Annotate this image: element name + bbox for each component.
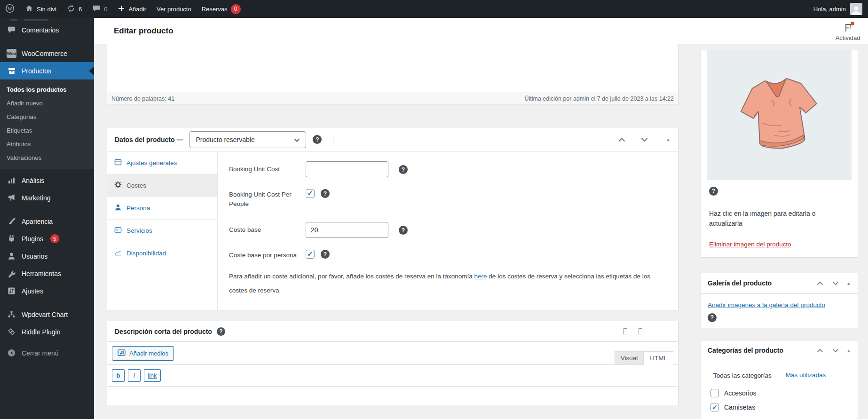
sidebar-item-collapse-menu[interactable]: Cerrar menú bbox=[0, 344, 94, 362]
activity-button[interactable]: Actividad bbox=[831, 23, 864, 41]
sidebar-item-appearance[interactable]: Apariencia bbox=[0, 213, 94, 230]
gallery-header: Galería del producto ▲ bbox=[701, 273, 858, 294]
gallery-help-icon[interactable]: ? bbox=[708, 313, 717, 322]
add-new-menu[interactable]: Añadir bbox=[112, 0, 151, 18]
move-down-icon[interactable] bbox=[639, 137, 649, 142]
tab-person[interactable]: Persona bbox=[107, 197, 217, 220]
activity-label: Actividad bbox=[831, 34, 864, 41]
featured-image-caption: Haz clic en la imagen para editarla o ac… bbox=[709, 209, 850, 229]
sidebar-item-marketing[interactable]: Marketing bbox=[0, 189, 94, 206]
sidebar-item-products[interactable]: Productos bbox=[0, 62, 94, 79]
product-type-help-icon[interactable]: ? bbox=[313, 135, 322, 144]
base-cost-help-icon[interactable]: ? bbox=[399, 226, 408, 235]
categories-move-up-icon[interactable] bbox=[815, 348, 825, 353]
base-cost-per-person-label: Coste base por persona bbox=[229, 247, 306, 260]
site-name-link[interactable]: Sin divi bbox=[20, 0, 62, 18]
view-product-link[interactable]: Ver producto bbox=[151, 0, 197, 18]
booking-costs-here-link[interactable]: here bbox=[474, 273, 487, 280]
gallery-title: Galería del producto bbox=[708, 279, 772, 287]
bold-button[interactable]: b bbox=[112, 369, 125, 382]
updates-link[interactable]: 6 bbox=[62, 0, 87, 18]
collapse-toggle-icon[interactable]: ▲ bbox=[666, 137, 671, 142]
sidebar-subitem-all-products[interactable]: Todos los productos bbox=[0, 83, 94, 96]
category-checkbox-accesorios[interactable] bbox=[710, 389, 719, 397]
sidebar-item-comments[interactable]: Comentarios bbox=[0, 21, 94, 39]
sidebar-subitem-categories[interactable]: Categorías bbox=[0, 110, 94, 124]
bookings-link[interactable]: Reservas 0 bbox=[197, 0, 246, 18]
tab-general-settings[interactable]: Ajustes generales bbox=[107, 152, 217, 174]
unit-cost-per-people-checkbox[interactable] bbox=[306, 189, 315, 198]
base-cost-per-person-checkbox[interactable] bbox=[306, 250, 315, 259]
product-data-tabs: Ajustes generales Costes Persona Se bbox=[107, 152, 218, 310]
gallery-body: Añadir imágenes a la galería del product… bbox=[701, 294, 858, 328]
wrench-icon bbox=[7, 269, 16, 278]
booking-unit-cost-help-icon[interactable]: ? bbox=[399, 165, 408, 174]
italic-button[interactable]: i bbox=[128, 369, 141, 382]
riddle-diamonds-icon bbox=[7, 327, 16, 337]
category-row-camisetas: Camisetas bbox=[710, 403, 852, 411]
wp-logo-menu[interactable]: W bbox=[0, 0, 20, 18]
booking-unit-cost-input[interactable] bbox=[306, 161, 388, 177]
add-new-label: Añadir bbox=[128, 6, 146, 13]
gallery-collapse-icon[interactable]: ▲ bbox=[846, 281, 851, 286]
sidebar-subitem-reviews[interactable]: Valoraciones bbox=[0, 151, 94, 165]
editor-canvas[interactable] bbox=[107, 44, 678, 93]
sidebar-item-woocommerce[interactable]: Woo WooCommerce bbox=[0, 45, 94, 62]
categories-collapse-icon[interactable]: ▲ bbox=[846, 348, 851, 353]
gallery-add-images-link[interactable]: Añadir imágenes a la galería del product… bbox=[708, 301, 825, 308]
comments-link[interactable]: 0 bbox=[87, 0, 112, 18]
plugin-icon bbox=[7, 234, 16, 244]
tab-most-used[interactable]: Más utilizadas bbox=[786, 372, 826, 383]
link-button[interactable]: link bbox=[144, 369, 161, 382]
account-menu[interactable]: Hola, admin bbox=[813, 6, 846, 13]
short-description-title: Descripción corta del producto bbox=[115, 328, 212, 335]
current-menu-arrow bbox=[89, 67, 94, 75]
sidebar-item-wpdevart-chart[interactable]: Wpdevart Chart bbox=[0, 306, 94, 323]
short-description-textarea[interactable] bbox=[107, 386, 678, 405]
tab-html[interactable]: HTML bbox=[644, 351, 673, 365]
card-minus-icon bbox=[114, 226, 122, 235]
sidebar-subitem-tags[interactable]: Etiquetas bbox=[0, 124, 94, 137]
sidebar-item-users[interactable]: Usuarios bbox=[0, 247, 94, 265]
categories-move-down-icon[interactable] bbox=[831, 348, 840, 353]
plus-icon bbox=[118, 5, 125, 14]
paintbrush-icon bbox=[7, 216, 16, 226]
tab-costs[interactable]: Costes bbox=[107, 174, 217, 197]
sidebar-item-analytics[interactable]: Análisis bbox=[0, 172, 94, 189]
short-description-panel: Descripción corta del producto ? Añadir … bbox=[107, 321, 679, 405]
product-image[interactable] bbox=[707, 50, 852, 180]
sidebar-item-tools[interactable]: Herramientas bbox=[0, 265, 94, 282]
base-cost-per-person-help-icon[interactable]: ? bbox=[321, 250, 330, 259]
gallery-move-up-icon[interactable] bbox=[815, 281, 825, 285]
sidebar-item-plugins[interactable]: Plugins 5 bbox=[0, 230, 94, 247]
comment-bubble-icon bbox=[92, 4, 101, 14]
remove-image-link[interactable]: Eliminar imagen del producto bbox=[709, 241, 850, 248]
updates-count: 6 bbox=[79, 6, 82, 13]
sidebar-subitem-add-new[interactable]: Añadir nuevo bbox=[0, 96, 94, 110]
area-chart-icon bbox=[114, 249, 122, 258]
tab-all-categories[interactable]: Todas las categorías bbox=[707, 368, 778, 383]
move-up-icon[interactable] bbox=[617, 137, 626, 142]
tab-visual[interactable]: Visual bbox=[615, 351, 644, 364]
featured-image-help-icon[interactable]: ? bbox=[709, 187, 718, 196]
gallery-move-down-icon[interactable] bbox=[831, 281, 840, 285]
panel-order-icons[interactable] bbox=[623, 328, 642, 334]
add-media-button[interactable]: Añadir medios bbox=[112, 346, 174, 361]
tab-services[interactable]: Servicios bbox=[107, 220, 217, 242]
sidebar-item-settings[interactable]: Ajustes bbox=[0, 282, 94, 300]
org-chart-icon bbox=[7, 309, 16, 319]
product-type-select[interactable]: Producto reservable bbox=[189, 131, 306, 148]
avatar[interactable] bbox=[850, 3, 862, 15]
sidebar-subitem-attributes[interactable]: Atributos bbox=[0, 137, 94, 151]
editor-mode-tabs: Visual HTML bbox=[615, 351, 673, 364]
category-checkbox-camisetas[interactable] bbox=[710, 403, 719, 411]
base-cost-input[interactable] bbox=[306, 222, 388, 238]
sidebar-item-riddle-plugin[interactable]: Riddle Plugin bbox=[0, 323, 94, 340]
tab-availability[interactable]: Disponibilidad bbox=[107, 242, 217, 264]
comment-icon bbox=[7, 25, 16, 35]
quicktags-toolbar: b i link bbox=[107, 364, 678, 386]
categories-header: Categorías del producto ▲ bbox=[701, 340, 858, 361]
short-description-help-icon[interactable]: ? bbox=[217, 327, 225, 336]
unit-cost-per-people-help-icon[interactable]: ? bbox=[321, 189, 330, 198]
user-icon bbox=[7, 251, 16, 261]
